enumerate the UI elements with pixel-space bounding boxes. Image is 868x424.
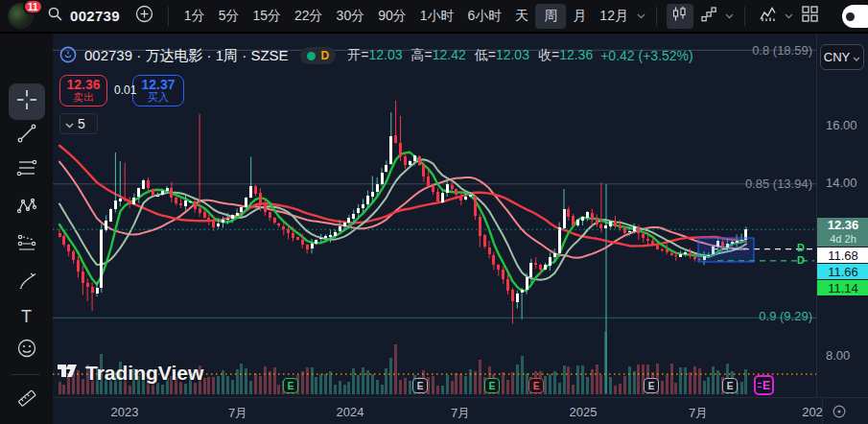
candlestick-icon (671, 6, 688, 26)
line-style-button[interactable] (695, 4, 722, 29)
order-line-d-tag[interactable]: D (797, 255, 805, 266)
instrument-title[interactable]: 002739 · 万达电影 · 1周 · SZSE (84, 47, 289, 65)
plus-circle-icon (135, 5, 153, 27)
price-axis[interactable]: CNY 16.00 14.00 8.00 12.36 4d 2h 11.68 1… (816, 34, 868, 397)
close-value: 12.36 (559, 47, 593, 62)
order-line-d-tag[interactable]: D (797, 243, 805, 253)
text-tool-button[interactable]: T (10, 300, 44, 333)
currency-selector[interactable]: CNY (820, 44, 864, 70)
crosshair-tool-button[interactable] (9, 83, 45, 120)
time-tick-2023: 2023 (111, 405, 139, 419)
time-tick-jul24: 7月 (451, 405, 470, 422)
fib-level-label-0.85: 0.85 (13.94) (745, 177, 812, 191)
interval-1w-selected[interactable]: 周 (535, 4, 566, 29)
interval-30m[interactable]: 30分 (330, 4, 372, 29)
brush-icon (16, 271, 37, 295)
last-price-badge: 12.36 4d 2h (817, 218, 868, 247)
bars-count-button[interactable]: 5 (59, 113, 98, 134)
indicators-icon (760, 6, 778, 26)
tradingview-app: 11 002739 1分 5分 15分 22分 30分 90分 1小时 6小时 … (0, 0, 868, 424)
forecast-icon (16, 232, 37, 257)
interval-1mo[interactable]: 月 (566, 4, 593, 29)
symbol-search-button[interactable]: 002739 (47, 6, 120, 26)
xabcd-pattern-tool-button[interactable] (10, 192, 44, 224)
indicators-button[interactable] (755, 4, 782, 29)
forecast-tool-button[interactable] (10, 228, 44, 261)
grid-layout-icon (802, 6, 818, 26)
interval-12mo[interactable]: 12月 (593, 4, 635, 29)
time-axis[interactable]: 2023 7月 2024 7月 2025 7月 202 (53, 397, 868, 424)
interval-1m[interactable]: 1分 (177, 4, 212, 29)
fib-level-label-0.9: 0.9 (9.29) (759, 309, 812, 323)
fib-retracement-tool-button[interactable] (10, 153, 44, 186)
earnings-badge[interactable]: E (528, 378, 544, 393)
sell-label: 卖出 (73, 91, 94, 104)
toggle-dot-icon (846, 12, 855, 21)
user-avatar[interactable]: 11 (8, 3, 34, 29)
interval-15m[interactable]: 15分 (246, 4, 288, 29)
price-tick-14: 14.00 (826, 176, 857, 190)
session-letter: D (321, 49, 330, 62)
instrument-logo-icon (59, 46, 77, 66)
earnings-badge[interactable]: E (644, 378, 659, 393)
time-tick-jul25: 7月 (689, 405, 708, 422)
high-value: 12.42 (433, 47, 466, 62)
measure-tool-button[interactable] (10, 384, 44, 416)
indicators-chevron-down-icon[interactable] (785, 13, 793, 19)
account-toggle[interactable] (842, 5, 868, 28)
tradingview-logo[interactable]: TradingView (56, 359, 203, 387)
earnings-badge[interactable]: E (412, 378, 428, 393)
high-label: 高= (411, 47, 432, 62)
toolbar-divider (168, 7, 169, 26)
estimate-lines-icon (758, 383, 762, 388)
line-style-chevron-down-icon[interactable] (725, 13, 734, 19)
toolbar-divider (656, 7, 657, 26)
buy-price: 12.37 (141, 79, 175, 91)
session-toggle[interactable]: D (300, 47, 337, 64)
tradingview-wordmark: TradingView (85, 362, 203, 385)
compare-add-button[interactable] (131, 4, 158, 29)
interval-5m[interactable]: 5分 (212, 4, 246, 29)
chevron-down-icon (65, 116, 74, 131)
axis-settings-icon[interactable] (832, 404, 847, 423)
time-tick-2024: 2024 (337, 405, 364, 419)
xabcd-pattern-icon (16, 196, 37, 221)
earnings-badge[interactable]: E (484, 378, 500, 393)
earnings-badge[interactable]: E (722, 378, 738, 393)
buy-label: 买入 (148, 91, 169, 104)
emoji-tool-button[interactable] (10, 334, 44, 366)
price-tick-16: 16.00 (826, 118, 857, 132)
buy-button[interactable]: 12.37 买入 (132, 75, 184, 106)
sell-price: 12.36 (66, 79, 100, 91)
ohlc-values: 开=12.03 高=12.42 低=12.03 收=12.36 (347, 47, 593, 64)
layout-grid-button[interactable] (796, 4, 823, 29)
time-tick-2025: 2025 (570, 405, 598, 419)
notification-badge: 11 (23, 0, 43, 14)
time-tick-2026: 202 (802, 405, 823, 419)
currency-label: CNY (824, 50, 850, 64)
interval-90m[interactable]: 90分 (371, 4, 413, 29)
open-value: 12.03 (368, 47, 402, 62)
emoji-smiley-icon (16, 338, 37, 363)
earnings-badge[interactable]: E (283, 378, 298, 393)
interval-1d[interactable]: 天 (508, 4, 535, 29)
sell-button[interactable]: 12.36 卖出 (59, 75, 107, 106)
fib-retracement-icon (16, 157, 37, 182)
trade-panel: 12.36 卖出 0.01 12.37 买入 (59, 75, 184, 106)
low-value: 12.03 (496, 47, 529, 62)
interval-6h[interactable]: 6小时 (461, 4, 509, 29)
earnings-badge-estimate[interactable]: E (754, 375, 774, 395)
bar-countdown: 4d 2h (830, 232, 856, 246)
zoom-in-tool-button[interactable] (10, 420, 44, 424)
spread-value: 0.01 (114, 83, 136, 97)
chart-style-candles-button[interactable] (667, 4, 693, 29)
tradingview-mark-icon (56, 359, 80, 387)
interval-1h[interactable]: 1小时 (413, 4, 461, 29)
brush-tool-button[interactable] (10, 267, 44, 299)
step-line-icon (701, 7, 716, 26)
intervals-chevron-down-icon[interactable] (637, 13, 645, 19)
interval-22m[interactable]: 22分 (288, 4, 330, 29)
time-tick-jul23: 7月 (228, 405, 247, 422)
trend-line-tool-button[interactable] (10, 119, 44, 152)
close-label: 收= (538, 47, 559, 62)
